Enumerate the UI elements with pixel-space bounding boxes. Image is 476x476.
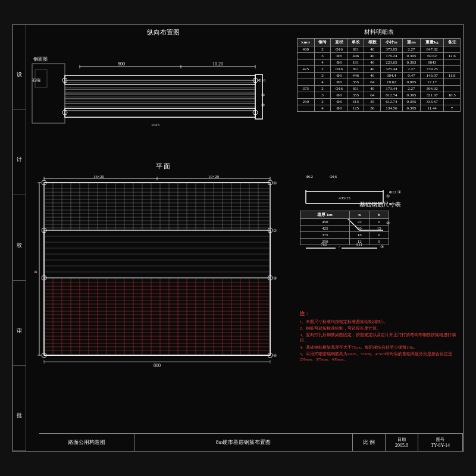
dim-table-title: 基础钢筋尺寸表 [300,201,461,209]
note-3: 3、竖向打孔后钢筋如图固定，按照规定以及定计开正门打的弯钩等钢筋按规格进行编排。 [300,332,461,343]
svg-rect-9 [65,108,255,117]
left-label-2: 计 [13,110,26,195]
svg-text:Φ12 ①: Φ12 ① [389,190,401,195]
th-subtotal: 小计m [381,39,403,46]
note-1: 1、本图尺寸标准均按缩定标准图集绘制(缩对)。 [300,319,461,324]
note-2: 2、钢筋弯起按标准绘制，弯起按长度计算。 [300,325,461,331]
elevation-title: 纵向布置图 [32,28,294,37]
title-left: 路面公用构造图 [39,434,134,451]
th-num: 钢号 [314,39,331,46]
table-row: 3 Φ8 355 64 812.74 0.395 321.07 10.5 [298,92,461,99]
svg-text:B: B [33,270,38,273]
dim-table-row: 250 12 0 [300,239,389,245]
table-row: 4 Φ8 125 36 134.56 0.395 11.44 7 [298,105,461,112]
svg-text:侧面图: 侧面图 [33,57,48,62]
plan-svg: 16×20 10×20 B [32,174,300,382]
table-row: 3 Φ8 446 40 176.24 0.395 69.62 12.6 [298,53,461,60]
elevation-section: 纵向布置图 侧面图 [32,28,294,159]
svg-text:Φ12: Φ12 [306,174,314,179]
elevation-svg: 侧面图 [32,40,288,150]
svg-text:800: 800 [118,61,125,67]
svg-text:①: ① [261,93,265,98]
note-5: 5、采用式砌基础钢筋高为20cm、375cm、475cm时对应的基础高度分别是按… [300,351,461,362]
svg-text:10.20: 10.20 [212,61,223,67]
material-table-section: 材料明细表 km/s 钢号 直径 单长 根数 小计m 重/m 重量kg 备注 [297,28,461,112]
svg-text:/: / [339,245,340,249]
plan-title: 平 面 [32,162,294,171]
dim-table: 墙厚 km n b 450 22 0 425 20 [300,211,389,245]
table-row: 4 Φ8 181 40 223.65 0.383 0043 [298,60,461,66]
dim-table-row: 425 20 15 [300,226,389,232]
left-label-5: 批 [13,366,26,451]
left-label-1: 设 [13,25,26,110]
table-row: 4 Φ8 355 64 19.62 0.885 17.17 [298,79,461,86]
main-content: 纵向布置图 侧面图 [26,25,463,451]
svg-rect-3 [65,76,255,84]
th-count: 根数 [364,39,381,46]
svg-rect-35 [44,183,270,355]
table-row: 3 Φ8 446 40 304.4 0.47 143.07 11.8 [298,73,461,79]
svg-text:③: ③ [273,276,277,281]
svg-rect-5 [65,89,255,94]
left-label-4: 审 [13,281,26,366]
svg-text:①: ① [273,181,277,186]
svg-text:10×20: 10×20 [208,174,219,179]
left-labels: 设 计 校 审 批 [13,25,26,451]
material-table-title: 材料明细表 [297,28,461,36]
note-4: 4、基础钢筋框架高度不大于75cm。每阶梯结合处至少保留110a。 [300,345,461,350]
table-row: 250 2 Φ8 415 35 612.74 0.395 333.67 [298,99,461,105]
date-label: 日期 [397,437,406,443]
svg-rect-6 [65,94,255,99]
th-weight: 重量kg [421,39,444,46]
table-row: 425 2 Φ16 811 40 325.44 2.27 739.25 [298,66,461,73]
title-date: 日期 2005.8 [386,434,418,451]
drawing-area: 设 计 校 审 批 纵向布置图 [12,24,464,452]
svg-text:Φ16: Φ16 [258,78,266,83]
title-scale: 比 例 [353,434,386,451]
dim-th-km: 墙厚 km [300,211,350,219]
title-center: 8m硬市基层钢筋布置图 [134,434,353,451]
svg-rect-8 [65,104,255,108]
svg-text:1025: 1025 [151,123,160,127]
th-weight-m: 重/m [402,39,421,46]
elevation-drawing: 侧面图 [32,40,294,153]
th-len: 单长 [347,39,364,46]
dim-table-row: 375 18 6 [300,232,389,239]
th-note: 备注 [444,39,461,46]
note-title: 注： [300,311,461,317]
svg-text:②: ② [261,103,265,108]
date-value: 2005.8 [395,443,408,448]
svg-rect-7 [65,99,255,104]
notes-section: 注： 1、本图尺寸标准均按缩定标准图集绘制(缩对)。 2、钢筋弯起按标准绘制，弯… [300,311,461,363]
th-dia: 直径 [331,39,347,46]
svg-text:16×20: 16×20 [93,174,104,179]
dim-table-row: 450 22 0 [300,219,389,226]
th-kms: km/s [298,39,315,46]
drawing-num-value: TY-6Y-14 [431,443,450,448]
dim-table-section: 基础钢筋尺寸表 墙厚 km n b 450 22 0 [300,201,461,245]
svg-text:①: ① [386,194,390,199]
table-row: 400 2 Φ16 811 40 373.05 2.27 847.82 [298,46,461,53]
dim-th-b: b [369,211,389,219]
title-drawing-num: 图号 TY-6Y-14 [418,434,463,451]
svg-text:800: 800 [154,363,161,368]
svg-text:右端: 右端 [32,78,40,83]
svg-text:②: ② [273,228,277,233]
title-block: 路面公用构造图 8m硬市基层钢筋布置图 比 例 日期 2005.8 图号 TY-… [39,433,463,451]
svg-text:③: ③ [380,245,384,249]
plan-section: 平 面 [32,162,294,376]
page-container: 设 计 校 审 批 纵向布置图 [0,0,476,476]
dim-th-n: n [350,211,369,219]
svg-rect-0 [32,64,65,123]
svg-rect-4 [65,84,255,89]
svg-text:④: ④ [273,353,277,358]
material-table: km/s 钢号 直径 单长 根数 小计m 重/m 重量kg 备注 [297,38,461,112]
left-label-3: 校 [13,195,26,280]
svg-text:435/15: 435/15 [339,196,350,201]
svg-text:Φ16: Φ16 [330,174,337,179]
table-row: 375 2 Φ16 811 40 173.44 2.27 394.02 [298,86,461,92]
drawing-num-label: 图号 [436,437,444,443]
